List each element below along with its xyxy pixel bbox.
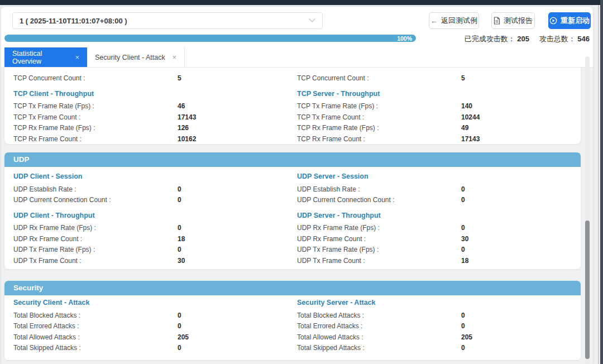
stat-label: UDP Tx Frame Rate (Fps) : — [297, 246, 379, 253]
document-icon — [494, 17, 500, 25]
restart-button[interactable]: 重新启动 — [548, 12, 591, 29]
test-report-button[interactable]: 测试报告 — [491, 12, 535, 29]
stat-row: TCP Tx Frame Rate (Fps) :140 — [297, 101, 572, 112]
stat-label: TCP Concurrent Count : — [13, 74, 85, 82]
stat-row: TCP Rx Frame Count :17143 — [297, 134, 572, 145]
subsection-heading: TCP Server - Throughput — [297, 89, 572, 100]
chevron-down-icon — [309, 18, 315, 23]
page-edge-divider — [598, 0, 599, 364]
progress-percent-label: 100% — [397, 35, 416, 42]
stat-row: UDP Current Connection Count :0 — [297, 195, 572, 206]
stat-label: TCP Rx Frame Count : — [297, 135, 365, 143]
section-title: Security — [13, 284, 43, 292]
server-column: Security Server - AttackTotal Blocked At… — [297, 295, 572, 354]
client-column: UDP Client - SessionUDP Establish Rate :… — [13, 167, 288, 266]
total-attacks-value: 546 — [577, 35, 590, 43]
stat-row: TCP Tx Frame Count :17143 — [13, 112, 288, 123]
stat-value: 0 — [178, 321, 181, 332]
stat-label: Total Blocked Attacks : — [13, 312, 80, 319]
stat-row: UDP Rx Frame Count :18 — [13, 234, 288, 245]
stat-row: UDP Tx Frame Count :30 — [13, 256, 288, 267]
stat-value: 5 — [461, 73, 465, 84]
stat-value: 0 — [461, 343, 465, 354]
stat-label: TCP Tx Frame Rate (Fps) : — [297, 102, 378, 110]
stat-label: UDP Rx Frame Count : — [297, 235, 366, 243]
stat-value: 140 — [461, 101, 472, 112]
stat-value: 0 — [461, 310, 465, 322]
close-icon[interactable]: × — [75, 53, 79, 61]
stat-row: UDP Rx Frame Rate (Fps) :0 — [297, 223, 572, 234]
stat-value: 0 — [461, 245, 465, 256]
stat-row: UDP Tx Frame Rate (Fps) :0 — [13, 245, 288, 256]
stat-row: UDP Rx Frame Rate (Fps) :0 — [13, 223, 288, 234]
stat-label: Total Errored Attacks : — [13, 322, 79, 330]
stat-label: TCP Rx Frame Count : — [13, 135, 82, 143]
stat-row: Total Allowed Attacks :205 — [13, 332, 288, 343]
stat-label: TCP Rx Frame Rate (Fps) : — [297, 124, 379, 132]
stat-label: UDP Tx Frame Count : — [13, 257, 82, 265]
stat-value: 0 — [461, 321, 465, 332]
restart-button-label: 重新启动 — [561, 16, 590, 26]
back-to-testcase-button[interactable]: ← 返回测试例 — [429, 12, 479, 29]
tab-statistical-overview[interactable]: Statistical Overview × — [4, 47, 87, 67]
stat-row: TCP Tx Frame Count :10244 — [297, 112, 572, 123]
stat-value: 10162 — [178, 134, 196, 145]
stat-row: TCP Rx Frame Rate (Fps) :126 — [13, 123, 288, 134]
stat-label: Total Allowed Attacks : — [13, 333, 80, 341]
stat-value: 18 — [178, 234, 185, 245]
back-button-label: 返回测试例 — [441, 16, 477, 26]
stat-value: 30 — [178, 256, 185, 267]
attack-progress-bar: 100% — [4, 35, 416, 42]
stat-label: TCP Concurrent Count : — [297, 74, 369, 82]
stat-label: TCP Rx Frame Rate (Fps) : — [13, 124, 95, 132]
stat-value: 17143 — [461, 134, 480, 145]
stat-value: 0 — [178, 195, 181, 206]
subsection-heading: UDP Client - Session — [13, 171, 288, 183]
stat-label: Total Skipped Attacks : — [297, 344, 365, 352]
window-right-edge — [600, 0, 603, 364]
attack-stats: 已完成攻击数： 205 攻击总数： 546 — [465, 35, 590, 44]
stat-value: 18 — [461, 256, 468, 267]
stat-value: 46 — [178, 101, 185, 112]
test-run-select-value: 1 ( 2025-11-10T11:01:07+08:00 ) — [20, 17, 127, 25]
stat-row: TCP Concurrent Count :5 — [13, 73, 288, 84]
stat-value: 49 — [461, 123, 468, 134]
stat-label: UDP Tx Frame Count : — [297, 257, 365, 265]
section-header: Security — [4, 281, 581, 295]
stat-label: TCP Tx Frame Count : — [297, 113, 364, 121]
tab-security-client-attack[interactable]: Security Client - Attack × — [87, 47, 185, 67]
section-card-security: SecuritySecurity Client - AttackTotal Bl… — [4, 281, 581, 360]
tab-label: Security Client - Attack — [95, 54, 165, 61]
stat-row: UDP Current Connection Count :0 — [13, 195, 288, 206]
stat-row: Total Skipped Attacks :0 — [13, 343, 288, 354]
stat-row: Total Blocked Attacks :0 — [297, 310, 572, 322]
test-run-select[interactable]: 1 ( 2025-11-10T11:01:07+08:00 ) — [12, 12, 323, 29]
stat-label: UDP Establish Rate : — [13, 185, 76, 193]
stat-value: 30 — [461, 234, 468, 245]
content-scrollbar-thumb[interactable] — [585, 221, 590, 359]
subsection-heading: Security Server - Attack — [297, 298, 572, 309]
subsection-heading: UDP Server - Throughput — [297, 210, 572, 222]
stat-row: TCP Rx Frame Rate (Fps) :49 — [297, 123, 572, 134]
stat-row: UDP Rx Frame Count :30 — [297, 234, 572, 245]
arrow-left-icon: ← — [430, 17, 438, 25]
close-icon[interactable]: × — [172, 53, 176, 61]
stat-row: UDP Tx Frame Count :18 — [297, 256, 572, 267]
stat-label: Total Errored Attacks : — [297, 322, 362, 330]
stat-value: 0 — [178, 310, 181, 322]
stat-row: TCP Rx Frame Count :10162 — [13, 134, 288, 145]
stat-label: Total Skipped Attacks : — [13, 344, 81, 352]
tab-bar: Statistical Overview × Security Client -… — [1, 47, 593, 68]
stat-value: 10244 — [461, 112, 480, 123]
stat-value: 0 — [461, 195, 465, 206]
stat-row: Total Errored Attacks :0 — [297, 321, 572, 332]
stat-row: Total Errored Attacks :0 — [13, 321, 288, 332]
stat-value: 205 — [461, 332, 472, 343]
stat-label: UDP Rx Frame Rate (Fps) : — [13, 224, 96, 232]
stat-label: UDP Current Connection Count : — [13, 196, 111, 204]
client-column: Security Client - AttackTotal Blocked At… — [13, 295, 288, 354]
stat-value: 126 — [178, 123, 189, 134]
stat-value: 0 — [461, 184, 465, 195]
stat-label: UDP Establish Rate : — [297, 185, 360, 193]
section-card-tcp: TCP Concurrent Count :5TCP Client - Thro… — [4, 68, 581, 144]
